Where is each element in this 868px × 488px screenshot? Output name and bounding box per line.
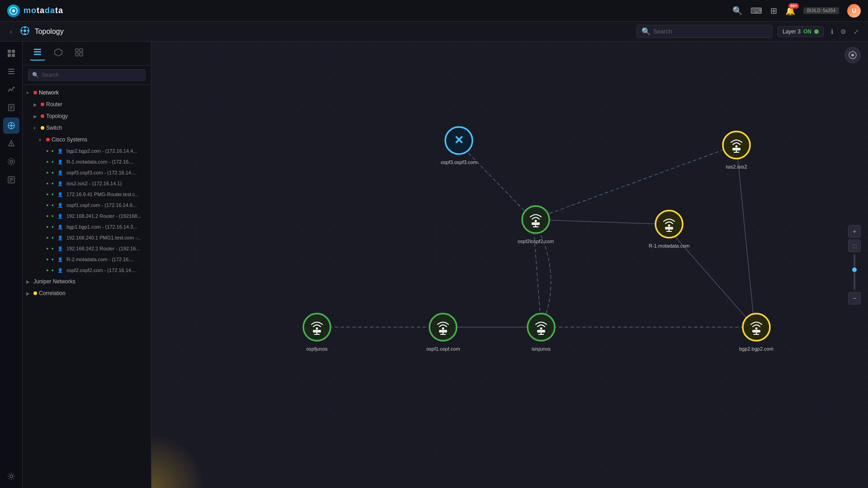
topology-tree-arrow[interactable]: ▶ (33, 114, 39, 119)
correlation-arrow[interactable]: ▶ (26, 291, 32, 296)
apps-icon[interactable]: ⊞ (770, 6, 777, 16)
topology-node[interactable]: ✕ ospf3.ospf3.com (441, 125, 477, 165)
nav-dashboard[interactable] (3, 45, 19, 61)
tree-switch[interactable]: ▾ Switch (23, 122, 151, 134)
network-label: Network (39, 89, 59, 96)
topbar: motadata 🔍 ⌨ ⊞ 🔔 99+ BUILD: 5a354 U (0, 0, 868, 22)
svg-rect-40 (75, 49, 78, 52)
nav-config[interactable] (3, 154, 19, 170)
minimap[interactable] (844, 47, 861, 63)
search-input[interactable] (653, 28, 767, 35)
list-item[interactable]: ● ● 👤 192.168.241.2 Router - (192168... (23, 211, 151, 221)
svg-point-22 (10, 125, 12, 127)
topology-node[interactable]: isis2.isis2 (721, 130, 752, 169)
svg-rect-12 (8, 54, 11, 57)
svg-point-88 (755, 328, 757, 330)
router-arrow[interactable]: ▶ (33, 102, 39, 107)
list-item[interactable]: ● ● 👤 isis2.isis2 - (172.16.14.1) (23, 178, 151, 189)
svg-point-7 (24, 33, 26, 35)
tree-juniper[interactable]: ▶ Juniper Networks (23, 276, 151, 287)
svg-point-2 (13, 7, 14, 8)
svg-point-73 (316, 328, 318, 330)
subbar-search[interactable]: 🔍 (637, 25, 772, 38)
router-status-dot (41, 103, 44, 106)
svg-point-35 (10, 475, 13, 478)
zoom-in-button[interactable]: + (848, 225, 861, 238)
node-label: ospfjunos (306, 346, 327, 352)
svg-point-28 (11, 145, 12, 146)
juniper-arrow[interactable]: ▶ (26, 279, 32, 284)
nav-list[interactable] (3, 63, 19, 80)
build-badge: BUILD: 5a354 (803, 7, 839, 14)
svg-point-68 (668, 225, 670, 227)
zoom-slider[interactable] (854, 254, 855, 290)
sidebar-tabs (23, 42, 151, 66)
list-item[interactable]: ● ● 👤 192.168.240.1 PMG1.test.com -... (23, 232, 151, 243)
keyboard-icon[interactable]: ⌨ (750, 6, 762, 16)
list-item[interactable]: ● ● 👤 ospf1.ospf.com - (172.16.14.6... (23, 200, 151, 211)
topology-node[interactable]: R-1.motadata.com (649, 209, 689, 249)
nav-analytics[interactable] (3, 81, 19, 98)
info-button[interactable]: ℹ (829, 26, 835, 37)
nav-topology[interactable] (3, 117, 19, 134)
switch-arrow[interactable]: ▾ (33, 126, 39, 131)
svg-rect-64 (532, 222, 540, 225)
node-label: R-1.motadata.com (649, 243, 689, 249)
svg-rect-10 (8, 50, 11, 53)
zoom-slider-thumb (852, 267, 857, 272)
avatar[interactable]: U (847, 4, 861, 18)
list-item[interactable]: ● ● 👤 bgp1.bgp1.com - (172.16.14.3... (23, 221, 151, 232)
node-icon (520, 204, 551, 237)
list-item[interactable]: ● ● 👤 ospf3.ospf3.com - (172.16.14.... (23, 167, 151, 178)
list-item[interactable]: ● ● 👤 172.16.9.41 PMG-Router.test.c... (23, 189, 151, 200)
nav-settings[interactable] (3, 468, 19, 484)
tree-network[interactable]: ▾ Network (23, 87, 151, 99)
tree-router[interactable]: ▶ Router (23, 99, 151, 110)
sidebar-search-box[interactable]: 🔍 (28, 69, 146, 81)
topology-node[interactable]: ospfjunos (302, 312, 332, 352)
node-label: isisjunos (532, 346, 551, 352)
zoom-out-button[interactable]: − (848, 292, 861, 305)
svg-rect-15 (8, 71, 14, 72)
settings-button[interactable]: ⚙ (839, 26, 848, 37)
zoom-reset-button[interactable]: ⬚ (848, 239, 861, 252)
cisco-status-dot (46, 138, 50, 141)
list-item[interactable]: ● ● 👤 R-2.motadata.com - (172.16.... (23, 254, 151, 265)
nav-reports[interactable] (3, 99, 19, 116)
notification-icon[interactable]: 🔔 99+ (785, 6, 795, 16)
list-item[interactable]: ● ● 👤 192.168.242.2 Router - (192.16... (23, 243, 151, 254)
topology-canvas[interactable]: + ⬚ − ✕ ospf3.ospf3.com (151, 42, 868, 488)
topology-node[interactable]: ospf1.ospf.com (426, 312, 460, 352)
list-item[interactable]: ● ● 👤 R-1.motadata.com - (172.16.... (23, 156, 151, 167)
list-item[interactable]: ● ● 👤 bgp2.bgp2.com - (172.16.14.4... (23, 145, 151, 156)
network-arrow[interactable]: ▾ (26, 90, 32, 95)
tree-correlation[interactable]: ▶ Correlation (23, 287, 151, 299)
node-icon: ✕ (443, 125, 474, 158)
tree-cisco[interactable]: ▾ Cisco Systems (23, 134, 151, 145)
node-icon (428, 312, 458, 344)
nav-logs[interactable] (3, 172, 19, 188)
svg-point-77 (429, 314, 457, 341)
topology-node[interactable]: isisjunos (526, 312, 557, 352)
node-label: ospf1.ospf.com (426, 346, 460, 352)
background-gradient (151, 434, 206, 488)
expand-button[interactable]: ⤢ (852, 26, 861, 37)
list-item[interactable]: ● ● 👤 ospf2.ospf2.com - (172.16.14.... (23, 265, 151, 276)
back-button[interactable]: ‹ (7, 26, 15, 37)
nav-alerts[interactable] (3, 136, 19, 152)
svg-rect-84 (537, 330, 545, 333)
sidebar-tab-grid[interactable] (71, 47, 87, 60)
sidebar-tab-devices[interactable] (51, 47, 66, 60)
layer-label: Layer 3 (783, 28, 801, 35)
sidebar-search-input[interactable] (42, 72, 142, 78)
svg-line-48 (736, 145, 755, 327)
search-icon[interactable]: 🔍 (732, 6, 742, 16)
cisco-arrow[interactable]: ▾ (39, 137, 44, 142)
topology-node[interactable]: bgp2.bgp2.com (739, 312, 774, 352)
sidebar-tab-list[interactable] (30, 46, 45, 61)
subbar-actions: ℹ ⚙ ⤢ (829, 26, 861, 37)
tree-topology[interactable]: ▶ Topology (23, 110, 151, 122)
svg-rect-42 (75, 53, 78, 56)
topology-node[interactable]: ospf2lospf2.com (518, 204, 554, 244)
topology-edges (151, 42, 868, 488)
